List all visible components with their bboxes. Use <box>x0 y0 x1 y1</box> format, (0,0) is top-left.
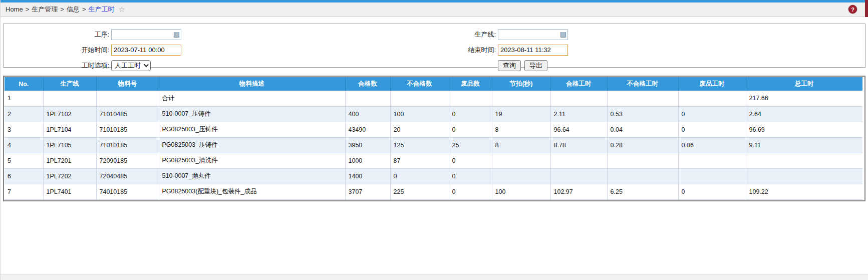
table-cell: 102.97 <box>550 184 607 199</box>
table-cell: 0.06 <box>678 137 746 153</box>
end-time-input[interactable] <box>498 45 568 56</box>
table-cell: 100 <box>390 106 449 122</box>
table-cell <box>607 168 678 184</box>
column-header: 节拍(秒) <box>492 77 550 91</box>
table-cell <box>550 168 607 184</box>
breadcrumb: Home > 生产管理 > 信息 > 生产工时 ☆ ? <box>1 3 868 17</box>
column-header: 废品数 <box>449 77 492 91</box>
breadcrumb-info[interactable]: 信息 <box>67 5 80 14</box>
column-header: 物料号 <box>96 77 159 91</box>
table-cell: 87 <box>390 153 449 168</box>
table-cell <box>345 91 390 106</box>
table-cell <box>550 153 607 168</box>
export-button[interactable]: 导出 <box>524 60 547 71</box>
column-header: 合格数 <box>345 77 390 91</box>
table-cell: 1PL7202 <box>43 168 96 184</box>
table-cell: 0 <box>449 184 492 199</box>
filter-left-column: 工序: ▤ 开始时间: 工时选项: 人工工时 <box>4 24 181 72</box>
table-cell: 7 <box>5 184 43 199</box>
table-cell <box>678 153 746 168</box>
hours-option-select[interactable]: 人工工时 <box>111 60 151 71</box>
list-picker-icon[interactable]: ▤ <box>560 31 566 38</box>
table-cell <box>678 91 746 106</box>
table-cell: 109.22 <box>746 184 862 199</box>
table-cell: 1 <box>5 91 43 106</box>
table-cell: 74010185 <box>96 184 159 199</box>
process-input[interactable] <box>111 29 181 40</box>
hours-option-value: 人工工时 <box>115 61 141 70</box>
table-cell <box>492 153 550 168</box>
top-right-red-stripe <box>865 0 868 17</box>
column-header: 不合格工时 <box>607 77 678 91</box>
breadcrumb-production-mgmt[interactable]: 生产管理 <box>32 5 58 14</box>
work-hours-table: No.生产线物料号物料描述合格数不合格数废品数节拍(秒)合格工时不合格工时废品工… <box>5 77 862 200</box>
table-cell: PG0825003_压铸件 <box>159 137 345 153</box>
table-cell: 1PL7401 <box>43 184 96 199</box>
table-cell: 72040485 <box>96 168 159 184</box>
table-cell: 225 <box>390 184 449 199</box>
hours-option-label: 工时选项: <box>4 61 111 70</box>
table-cell: 100 <box>492 184 550 199</box>
table-cell: 72090185 <box>96 153 159 168</box>
table-row: 21PL710271010485510-0007_压铸件4001000192.1… <box>5 106 862 122</box>
table-cell: 125 <box>390 137 449 153</box>
table-cell: 96.64 <box>550 122 607 137</box>
bottom-bar <box>1 274 868 280</box>
table-cell: 400 <box>345 106 390 122</box>
breadcrumb-home[interactable]: Home <box>6 6 23 13</box>
table-cell: 0 <box>678 106 746 122</box>
table-cell: 1PL7201 <box>43 153 96 168</box>
production-line-label: 生产线: <box>390 30 498 39</box>
filter-panel: 工序: ▤ 开始时间: 工时选项: 人工工时 生产线: ▤ <box>3 24 865 68</box>
breadcrumb-current-page[interactable]: 生产工时 <box>88 5 114 14</box>
table-cell: 8 <box>492 137 550 153</box>
table-cell: 8.78 <box>550 137 607 153</box>
table-cell: 20 <box>390 122 449 137</box>
table-cell <box>550 91 607 106</box>
table-cell: 0.04 <box>607 122 678 137</box>
table-cell: 510-0007_压铸件 <box>159 106 345 122</box>
table-cell <box>746 153 862 168</box>
list-picker-icon[interactable]: ▤ <box>173 31 180 38</box>
table-cell: 71010485 <box>96 106 159 122</box>
table-cell: 0 <box>449 106 492 122</box>
column-header: 废品工时 <box>678 77 746 91</box>
table-cell <box>492 168 550 184</box>
table-cell: 19 <box>492 106 550 122</box>
production-line-input[interactable] <box>498 29 568 40</box>
table-cell <box>96 91 159 106</box>
help-icon[interactable]: ? <box>848 5 857 14</box>
table-cell: 0 <box>390 168 449 184</box>
breadcrumb-separator: > <box>60 6 64 13</box>
start-time-input[interactable] <box>111 45 181 56</box>
table-cell: 3 <box>5 122 43 137</box>
table-cell <box>449 91 492 106</box>
table-cell: 2.11 <box>550 106 607 122</box>
table-cell: 5 <box>5 153 43 168</box>
process-label: 工序: <box>4 30 111 39</box>
table-row: 51PL720172090185PG0825003_清洗件1000870 <box>5 153 862 168</box>
table-cell: 217.66 <box>746 91 862 106</box>
table-cell <box>43 91 96 106</box>
table-cell: 0 <box>678 122 746 137</box>
table-cell: 3707 <box>345 184 390 199</box>
header-row: No.生产线物料号物料描述合格数不合格数废品数节拍(秒)合格工时不合格工时废品工… <box>5 77 862 91</box>
column-header: 合格工时 <box>550 77 607 91</box>
table-row: 31PL710471010185PG0825003_压铸件43490200896… <box>5 122 862 137</box>
table-cell: 0 <box>449 168 492 184</box>
table-cell <box>607 153 678 168</box>
table-cell <box>390 91 449 106</box>
favorite-star-icon[interactable]: ☆ <box>118 5 125 14</box>
table-cell: 25 <box>449 137 492 153</box>
table-cell: 8 <box>492 122 550 137</box>
query-button[interactable]: 查询 <box>498 60 521 71</box>
start-time-label: 开始时间: <box>4 46 111 55</box>
table-cell: 4 <box>5 137 43 153</box>
table-cell: 合计 <box>159 91 345 106</box>
table-cell: PG0825003_清洗件 <box>159 153 345 168</box>
table-cell: 71010185 <box>96 137 159 153</box>
table-row: 71PL740174010185PG0825003(配重块)_包装件_成品370… <box>5 184 862 199</box>
column-header: 总工时 <box>746 77 862 91</box>
table-cell <box>746 168 862 184</box>
table-cell: 1PL7105 <box>43 137 96 153</box>
